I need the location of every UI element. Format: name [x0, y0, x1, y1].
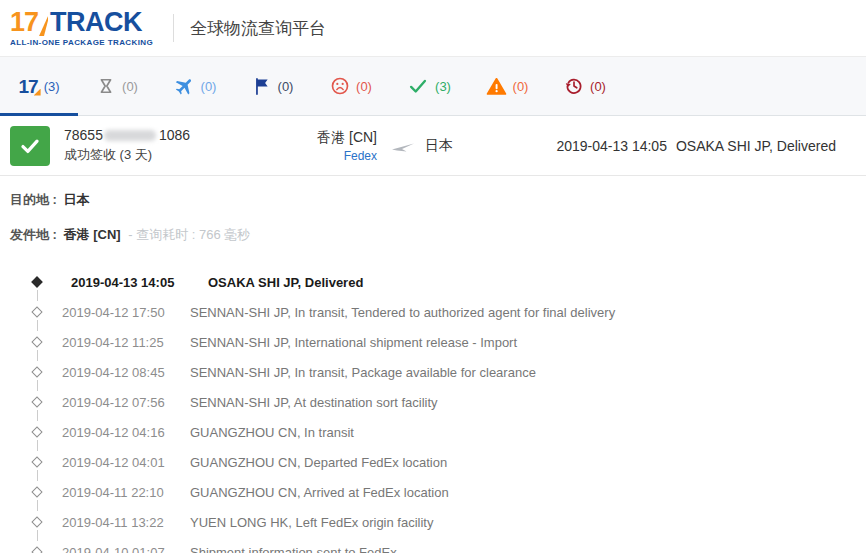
- event-time: 2019-04-12 07:56: [62, 395, 190, 410]
- event-time: 2019-04-12 11:25: [62, 335, 190, 350]
- 17track-logo[interactable]: 17 TRACK ALL-IN-ONE PACKAGE TRACKING: [10, 9, 153, 47]
- timeline-marker-icon: [31, 426, 42, 437]
- latest-event-description: OSAKA SHI JP, Delivered: [676, 138, 836, 154]
- logo-wordmark: 17 TRACK: [10, 9, 153, 36]
- origin-block: 香港 [CN] Fedex: [297, 129, 377, 163]
- event-time: 2019-04-12 04:16: [62, 425, 190, 440]
- origin-label: 发件地 :: [10, 227, 57, 242]
- page: 17 TRACK ALL-IN-ONE PACKAGE TRACKING 全球物…: [0, 0, 866, 553]
- tab-count: (0): [201, 79, 217, 94]
- route-summary: 香港 [CN] Fedex 日本: [297, 116, 453, 175]
- tab-pending[interactable]: (0): [78, 57, 156, 115]
- event-description: Shipment information sent to FedEx: [190, 545, 397, 553]
- tab-in-transit[interactable]: (0): [156, 57, 234, 115]
- destination-value: 日本: [64, 192, 90, 207]
- timeline-marker-icon: [31, 276, 42, 287]
- event-time: 2019-04-13 14:05: [71, 275, 199, 290]
- timeline-event: 2019-04-11 22:10 GUANGZHOU CN, Arrived a…: [0, 477, 866, 507]
- logo-tagline: ALL-IN-ONE PACKAGE TRACKING: [10, 38, 153, 47]
- timeline-event: 2019-04-11 13:22 YUEN LONG HK, Left FedE…: [0, 507, 866, 537]
- event-description: GUANGZHOU CN, Arrived at FedEx location: [190, 485, 449, 500]
- timeline-marker-icon: [31, 306, 42, 317]
- destination-line: 目的地 : 日本: [10, 191, 856, 209]
- tab-undelivered[interactable]: (0): [312, 57, 390, 115]
- tab-delivered[interactable]: (3): [390, 57, 468, 115]
- tab-count: (3): [44, 79, 60, 94]
- timeline-marker-icon: [31, 366, 42, 377]
- tab-count: (0): [513, 79, 529, 94]
- origin-country: 香港 [CN]: [297, 129, 377, 147]
- event-time: 2019-04-11 22:10: [62, 485, 190, 500]
- event-time: 2019-04-11 13:22: [62, 515, 190, 530]
- origin-line: 发件地 : 香港 [CN] - 查询耗时 : 766 毫秒: [10, 226, 856, 244]
- warning-icon: [486, 76, 507, 97]
- hourglass-icon: [96, 76, 116, 96]
- tab-count: (0): [356, 79, 372, 94]
- timeline-event: 2019-04-10 01:07 Shipment information se…: [0, 537, 866, 553]
- route-plane-icon: [391, 138, 417, 154]
- event-description: SENNAN-SHI JP, At destination sort facil…: [190, 395, 438, 410]
- timeline-event: 2019-04-12 17:50 SENNAN-SHI JP, In trans…: [0, 297, 866, 327]
- timeline-marker-icon: [31, 336, 42, 347]
- event-description: SENNAN-SHI JP, International shipment re…: [190, 335, 517, 350]
- shipment-info: 目的地 : 日本 发件地 : 香港 [CN] - 查询耗时 : 766 毫秒: [0, 176, 866, 244]
- event-time: 2019-04-12 17:50: [62, 305, 190, 320]
- tab-count: (0): [590, 79, 606, 94]
- event-description: YUEN LONG HK, Left FedEx origin facility: [190, 515, 433, 530]
- event-time: 2019-04-12 08:45: [62, 365, 190, 380]
- masked-digits: [104, 130, 156, 141]
- event-description: SENNAN-SHI JP, In transit, Package avail…: [190, 365, 536, 380]
- timeline-marker-icon: [31, 486, 42, 497]
- logo-wedge-icon: [39, 16, 48, 36]
- delivery-status-text: 成功签收 (3 天): [64, 146, 190, 164]
- origin-value: 香港 [CN]: [64, 227, 121, 242]
- timeline-event: 2019-04-12 08:45 SENNAN-SHI JP, In trans…: [0, 357, 866, 387]
- airplane-icon: [174, 76, 195, 97]
- event-time: 2019-04-12 04:01: [62, 455, 190, 470]
- event-description: SENNAN-SHI JP, In transit, Tendered to a…: [190, 305, 615, 320]
- tracking-summary-row[interactable]: 786551086 成功签收 (3 天) 香港 [CN] Fedex 日本 20…: [0, 116, 866, 176]
- logo-17-text: 17: [10, 9, 38, 36]
- tab-count: (0): [278, 79, 294, 94]
- latest-event-summary: 2019-04-13 14:05 OSAKA SHI JP, Delivered: [556, 138, 836, 154]
- tab-pick-up[interactable]: (0): [234, 57, 312, 115]
- logo-track-text: TRACK: [50, 9, 142, 36]
- tab-count: (0): [122, 79, 138, 94]
- page-title: 全球物流查询平台: [190, 17, 326, 40]
- timeline-marker-icon: [31, 516, 42, 527]
- check-icon: [407, 75, 429, 97]
- event-time: 2019-04-10 01:07: [62, 545, 190, 553]
- carrier-link[interactable]: Fedex: [297, 149, 377, 163]
- header: 17 TRACK ALL-IN-ONE PACKAGE TRACKING 全球物…: [0, 0, 866, 56]
- tracking-timeline: 2019-04-13 14:05 OSAKA SHI JP, Delivered…: [0, 261, 866, 553]
- timeline-event: 2019-04-13 14:05 OSAKA SHI JP, Delivered: [0, 267, 866, 297]
- history-clock-icon: [564, 76, 584, 96]
- timeline-event: 2019-04-12 11:25 SENNAN-SHI JP, Internat…: [0, 327, 866, 357]
- status-tab-bar: 17 (3) (0) (0): [0, 56, 866, 116]
- flag-icon: [253, 77, 272, 96]
- timeline-event: 2019-04-12 07:56 SENNAN-SHI JP, At desti…: [0, 387, 866, 417]
- 17track-logo-icon: 17: [18, 77, 37, 96]
- tab-alert[interactable]: (0): [468, 57, 546, 115]
- timeline-event: 2019-04-12 04:01 GUANGZHOU CN, Departed …: [0, 447, 866, 477]
- tracking-number-suffix: 1086: [159, 127, 190, 143]
- timeline-marker-icon: [31, 396, 42, 407]
- timeline-marker-icon: [31, 546, 42, 553]
- shipment-number-block: 786551086 成功签收 (3 天): [64, 127, 190, 164]
- query-time: - 查询耗时 : 766 毫秒: [128, 227, 250, 242]
- destination-label: 目的地 :: [10, 192, 57, 207]
- tab-all-17track[interactable]: 17 (3): [0, 57, 78, 115]
- delivered-check-icon: [10, 126, 50, 166]
- event-description: GUANGZHOU CN, Departed FedEx location: [190, 455, 447, 470]
- header-divider: [173, 14, 174, 42]
- event-description: OSAKA SHI JP, Delivered: [208, 275, 363, 290]
- timeline-event: 2019-04-12 04:16 GUANGZHOU CN, In transi…: [0, 417, 866, 447]
- event-description: GUANGZHOU CN, In transit: [190, 425, 354, 440]
- tab-expired[interactable]: (0): [546, 57, 624, 115]
- tracking-number-prefix: 78655: [64, 127, 103, 143]
- tracking-number: 786551086: [64, 127, 190, 143]
- sad-face-icon: [330, 76, 350, 96]
- latest-event-time: 2019-04-13 14:05: [556, 138, 667, 154]
- tab-count: (3): [435, 79, 451, 94]
- timeline-marker-icon: [31, 456, 42, 467]
